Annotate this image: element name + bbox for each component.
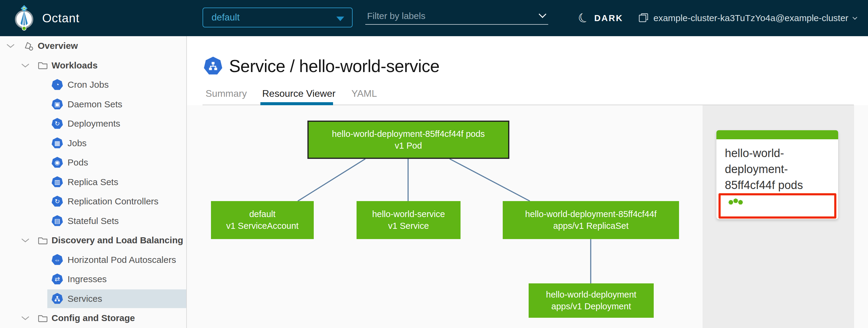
sidebar-item-label: Workloads bbox=[52, 60, 98, 70]
sidebar-item-label: Cron Jobs bbox=[67, 80, 109, 90]
replicationcontrollers-icon: ↻ bbox=[52, 196, 63, 207]
node-name: default bbox=[249, 208, 276, 220]
octant-logo-icon bbox=[14, 5, 34, 31]
overview-icon bbox=[24, 41, 34, 51]
jobs-icon: ▦ bbox=[52, 138, 63, 149]
sidebar-item-label: Config and Storage bbox=[52, 313, 135, 323]
graph-node-replicaset[interactable]: hello-world-deployment-85ff4cf44f apps/v… bbox=[503, 201, 679, 239]
page-title-row: Service / hello-world-service bbox=[204, 56, 439, 76]
replicasets-icon: ▥ bbox=[52, 176, 63, 188]
chevron-down-icon[interactable] bbox=[22, 63, 29, 67]
folder-icon bbox=[38, 314, 48, 322]
sidebar-item-overview[interactable]: Overview bbox=[0, 36, 186, 56]
page-title: Service / hello-world-service bbox=[229, 56, 439, 76]
sidebar-item-label: Replica Sets bbox=[67, 177, 118, 187]
chevron-down-icon bbox=[852, 15, 858, 20]
header-bar: Octant default Filter by labels ☾ DARK e… bbox=[0, 0, 868, 36]
sidebar-nav: Overview Workloads ◔ Cron Jobs ▣ Daemon … bbox=[0, 36, 187, 328]
app-title: Octant bbox=[42, 0, 80, 36]
namespace-select[interactable]: default bbox=[203, 7, 352, 27]
namespace-select-value: default bbox=[212, 12, 240, 23]
sidebar-item-pods[interactable]: ◉ Pods bbox=[0, 153, 186, 173]
sidebar-item-label: Pods bbox=[67, 157, 88, 168]
tab-resource-viewer[interactable]: Resource Viewer bbox=[262, 88, 336, 99]
selected-resource-card[interactable]: hello-world-deployment-85ff4cf44f pods bbox=[716, 130, 838, 219]
chevron-down-icon[interactable] bbox=[7, 44, 14, 48]
sidebar-item-workloads[interactable]: Workloads bbox=[0, 56, 186, 76]
node-name: hello-world-deployment-85ff4cf44f bbox=[525, 208, 656, 220]
chevron-down-icon[interactable] bbox=[538, 10, 546, 18]
sidebar-item-label: Services bbox=[67, 294, 102, 304]
sidebar-item-label: Stateful Sets bbox=[67, 216, 119, 226]
sidebar-item-daemon-sets[interactable]: ▣ Daemon Sets bbox=[0, 95, 186, 114]
theme-toggle-label: DARK bbox=[594, 13, 623, 23]
graph-node-service[interactable]: hello-world-service v1 Service bbox=[356, 201, 461, 239]
deployments-icon: ↻ bbox=[52, 118, 63, 129]
pod-ok-dot bbox=[733, 198, 738, 203]
sidebar-item-label: Replication Controllers bbox=[67, 196, 158, 207]
sidebar-item-services[interactable]: Services bbox=[0, 289, 186, 309]
chevron-down-icon[interactable] bbox=[22, 316, 29, 320]
sidebar-item-replica-sets[interactable]: ▥ Replica Sets bbox=[0, 173, 186, 192]
moon-icon: ☾ bbox=[576, 10, 591, 26]
node-kind: apps/v1 ReplicaSet bbox=[553, 220, 629, 232]
sidebar-item-stateful-sets[interactable]: ▤ Stateful Sets bbox=[0, 211, 186, 231]
pod-status-highlight-box[interactable] bbox=[718, 193, 836, 218]
sidebar-item-replication-controllers[interactable]: ↻ Replication Controllers bbox=[0, 192, 186, 211]
node-name: hello-world-deployment bbox=[546, 289, 637, 301]
node-kind: v1 Service bbox=[388, 220, 429, 232]
pod-ok-dot bbox=[728, 200, 733, 205]
sidebar-item-discovery-and-load-balancing[interactable]: Discovery and Load Balancing bbox=[0, 231, 186, 250]
node-kind: v1 Pod bbox=[395, 140, 422, 152]
cluster-context-menu[interactable]: example-cluster-ka3TuTzYo4a@example-clus… bbox=[638, 0, 857, 36]
node-kind: apps/v1 Deployment bbox=[551, 301, 631, 312]
pod-ok-dot bbox=[738, 200, 743, 205]
folder-icon bbox=[38, 236, 48, 244]
label-filter-input[interactable]: Filter by labels bbox=[365, 8, 548, 25]
sidebar-item-ingresses[interactable]: ⇄ Ingresses bbox=[0, 270, 186, 289]
chevron-down-icon[interactable] bbox=[22, 238, 29, 242]
cluster-context-label: example-cluster-ka3TuTzYo4a@example-clus… bbox=[653, 13, 848, 23]
label-filter-placeholder: Filter by labels bbox=[367, 11, 425, 21]
pod-status-dots bbox=[728, 200, 743, 205]
ingresses-icon: ⇄ bbox=[52, 273, 63, 285]
caret-down-icon bbox=[336, 17, 344, 21]
folder-icon bbox=[38, 61, 48, 69]
node-kind: v1 ServiceAccount bbox=[226, 220, 299, 232]
cluster-icon bbox=[638, 13, 649, 23]
card-title: hello-world-deployment-85ff4cf44f pods bbox=[716, 139, 838, 193]
sidebar-item-label: Horizontal Pod Autoscalers bbox=[67, 255, 176, 265]
sidebar-item-label: Overview bbox=[38, 41, 78, 51]
theme-toggle-button[interactable]: ☾ DARK bbox=[578, 0, 623, 36]
daemonsets-icon: ▣ bbox=[52, 98, 63, 110]
sidebar-item-label: Deployments bbox=[67, 118, 120, 129]
sidebar-item-horizontal-pod-autoscalers[interactable]: ⇔ Horizontal Pod Autoscalers bbox=[0, 250, 186, 270]
service-kind-icon bbox=[204, 57, 222, 76]
graph-node-pod[interactable]: hello-world-deployment-85ff4cf44f pods v… bbox=[307, 121, 509, 159]
graph-node-deployment[interactable]: hello-world-deployment apps/v1 Deploymen… bbox=[529, 284, 654, 318]
statefulsets-icon: ▤ bbox=[52, 215, 63, 227]
tab-yaml[interactable]: YAML bbox=[351, 88, 377, 99]
octant-app: Octant default Filter by labels ☾ DARK e… bbox=[0, 0, 868, 328]
sidebar-item-label: Ingresses bbox=[67, 274, 107, 284]
sidebar-item-label: Daemon Sets bbox=[67, 99, 122, 110]
hpa-icon: ⇔ bbox=[52, 254, 63, 266]
services-icon bbox=[52, 293, 63, 304]
card-status-topbar bbox=[716, 130, 838, 139]
tab-summary[interactable]: Summary bbox=[206, 88, 247, 99]
sidebar-item-deployments[interactable]: ↻ Deployments bbox=[0, 114, 186, 133]
node-name: hello-world-service bbox=[372, 208, 445, 220]
sidebar-item-label: Discovery and Load Balancing bbox=[52, 235, 183, 245]
sidebar-item-jobs[interactable]: ▦ Jobs bbox=[0, 133, 186, 153]
active-tab-underline bbox=[260, 102, 333, 105]
cronjobs-icon: ◔ bbox=[52, 79, 63, 90]
sidebar-item-label: Jobs bbox=[67, 138, 87, 148]
sidebar-item-config-and-storage[interactable]: Config and Storage bbox=[0, 308, 186, 328]
graph-node-serviceaccount[interactable]: default v1 ServiceAccount bbox=[211, 201, 314, 239]
sidebar-item-cron-jobs[interactable]: ◔ Cron Jobs bbox=[0, 75, 186, 95]
detail-side-panel: hello-world-deployment-85ff4cf44f pods bbox=[703, 105, 854, 328]
pods-icon: ◉ bbox=[52, 157, 63, 168]
node-name: hello-world-deployment-85ff4cf44f pods bbox=[332, 128, 485, 140]
